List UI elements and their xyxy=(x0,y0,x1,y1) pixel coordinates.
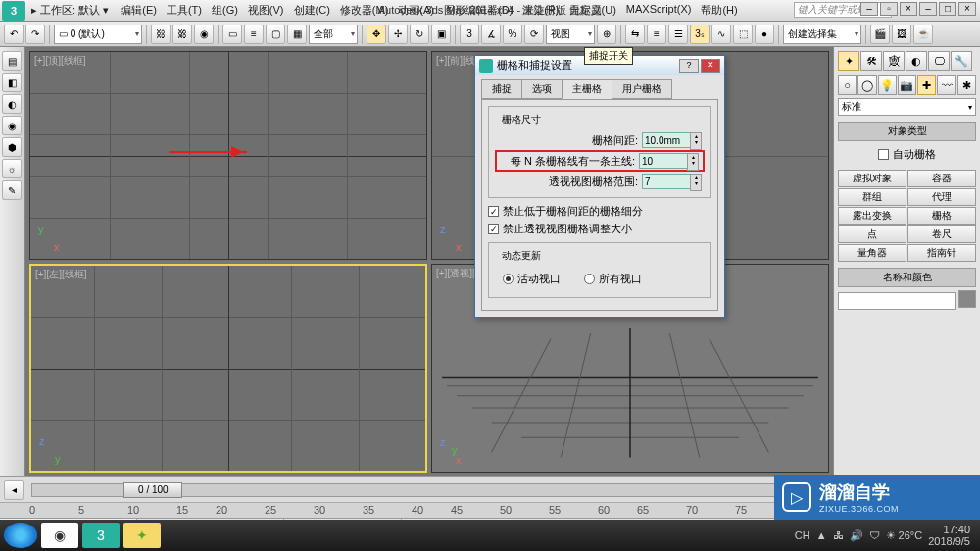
tray-weather[interactable]: ☀ 26°C xyxy=(886,529,923,542)
redo-icon[interactable]: ↷ xyxy=(25,25,45,44)
selset-dd[interactable]: 创建选择集 xyxy=(783,25,861,44)
obj-btn[interactable]: 点 xyxy=(838,225,906,243)
tab-display-icon[interactable]: 🖵 xyxy=(928,51,950,71)
start-button[interactable] xyxy=(4,523,37,548)
max-icon[interactable]: □ xyxy=(939,2,956,16)
snap-toggle-icon[interactable]: 3 xyxy=(460,25,479,44)
spinner-snap-icon[interactable]: ⟳ xyxy=(524,25,544,44)
filter-dd[interactable]: 全部 xyxy=(309,25,358,44)
vt-6-icon[interactable]: ☼ xyxy=(2,159,22,178)
doc-max-icon[interactable]: ▫ xyxy=(880,2,898,16)
chk-autogrid[interactable] xyxy=(878,149,889,160)
tab-snap[interactable]: 捕捉 xyxy=(481,79,522,99)
doc-close-icon[interactable]: × xyxy=(900,2,917,16)
tray-vol-icon[interactable]: 🔊 xyxy=(850,529,863,542)
layer-mgr-icon[interactable]: ☰ xyxy=(668,25,688,44)
vp-label-left[interactable]: [+][左][线框] xyxy=(35,268,87,281)
angle-snap-icon[interactable]: ∡ xyxy=(481,25,501,44)
menu-edit[interactable]: 编辑(E) xyxy=(117,1,161,20)
cat-shape-icon[interactable]: ◯ xyxy=(858,75,876,95)
obj-btn[interactable]: 卷尺 xyxy=(907,225,976,243)
percent-snap-icon[interactable]: % xyxy=(503,25,522,44)
viewport-left[interactable]: [+][左][线框] zy xyxy=(29,264,427,473)
tab-util-icon[interactable]: 🔧 xyxy=(951,51,972,71)
name-input[interactable] xyxy=(838,292,956,310)
bind-icon[interactable]: ◉ xyxy=(194,25,214,44)
task-app-icon[interactable]: ✦ xyxy=(123,523,161,548)
cat-light-icon[interactable]: 💡 xyxy=(878,75,897,95)
center-icon[interactable]: ⊕ xyxy=(597,25,616,44)
min-icon[interactable]: – xyxy=(919,2,937,16)
tab-homegrid[interactable]: 主栅格 xyxy=(562,79,612,99)
chk-inhibit-persp[interactable]: ✓ xyxy=(488,224,499,234)
cat-sys-icon[interactable]: ✱ xyxy=(957,75,976,95)
tab-create-icon[interactable]: ✦ xyxy=(838,51,859,71)
obj-btn[interactable]: 虚拟对象 xyxy=(838,170,906,187)
tray-lang[interactable]: CH xyxy=(795,529,810,541)
obj-btn[interactable]: 量角器 xyxy=(838,244,906,262)
task-3dsmax-icon[interactable]: 3 xyxy=(82,523,120,548)
radio-all-vp[interactable] xyxy=(584,274,595,284)
move-icon[interactable]: ✢ xyxy=(388,25,408,44)
layer-dd[interactable]: ▭ 0 (默认) xyxy=(54,25,142,44)
cat-cam-icon[interactable]: 📷 xyxy=(898,75,916,95)
spinner-extent[interactable]: 7 xyxy=(642,174,691,189)
obj-btn[interactable]: 栅格 xyxy=(907,207,976,225)
tab-usergrid[interactable]: 用户栅格 xyxy=(612,79,672,99)
tray-icon[interactable]: ▲ xyxy=(816,529,827,541)
viewport-top[interactable]: [+][顶][线框] yx xyxy=(29,51,427,260)
app-icon[interactable]: 3 xyxy=(2,1,25,21)
cat-space-icon[interactable]: 〰 xyxy=(937,75,956,95)
tab-options[interactable]: 选项 xyxy=(521,79,563,99)
task-chrome-icon[interactable]: ◉ xyxy=(41,523,78,548)
vt-2-icon[interactable]: ◧ xyxy=(2,73,22,92)
time-handle[interactable]: 0 / 100 xyxy=(123,482,182,498)
select-region-icon[interactable]: ▢ xyxy=(266,25,285,44)
select-obj-icon[interactable]: ✥ xyxy=(367,25,386,44)
menu-group[interactable]: 组(G) xyxy=(208,1,242,20)
obj-btn[interactable]: 露出变换 xyxy=(838,207,906,225)
obj-btn[interactable]: 代理 xyxy=(907,188,976,206)
tab-modify-icon[interactable]: 🛠 xyxy=(860,51,882,71)
rotate-icon[interactable]: ↻ xyxy=(410,25,429,44)
tab-motion-icon[interactable]: ◐ xyxy=(906,51,927,71)
vt-4-icon[interactable]: ◉ xyxy=(2,116,22,135)
spinner-major[interactable]: 10 xyxy=(639,153,688,169)
time-prev-icon[interactable]: ◂ xyxy=(4,480,24,500)
vt-7-icon[interactable]: ✎ xyxy=(2,180,22,200)
select-icon[interactable]: ▭ xyxy=(222,25,242,44)
chk-inhibit-sub[interactable]: ✓ xyxy=(488,206,499,217)
rollout-namecolor[interactable]: 名称和颜色 xyxy=(838,268,976,287)
window-crossing-icon[interactable]: ▦ xyxy=(287,25,307,44)
menu-tools[interactable]: 工具(T) xyxy=(163,1,206,20)
link-icon[interactable]: ⛓ xyxy=(151,25,171,44)
render-setup-icon[interactable]: 🎬 xyxy=(870,25,890,44)
cat-geom-icon[interactable]: ○ xyxy=(838,75,857,95)
clock[interactable]: 17:402018/9/5 xyxy=(928,524,970,547)
spinner-spacing[interactable]: 10.0mm xyxy=(642,132,691,148)
obj-btn[interactable]: 指南针 xyxy=(907,244,976,262)
curve-editor-icon[interactable]: ∿ xyxy=(711,25,731,44)
unlink-icon[interactable]: ⛓̸ xyxy=(172,25,192,44)
obj-btn[interactable]: 群组 xyxy=(838,188,906,206)
subcat-dd[interactable]: 标准 xyxy=(838,98,976,116)
tray-net-icon[interactable]: 🖧 xyxy=(833,529,844,541)
vp-label-top[interactable]: [+][顶][线框] xyxy=(34,54,86,68)
render-icon[interactable]: ☕ xyxy=(913,25,933,44)
cat-helper-icon[interactable]: ✚ xyxy=(917,75,936,95)
tab-hierarchy-icon[interactable]: 🕸 xyxy=(883,51,905,71)
vt-5-icon[interactable]: ⬢ xyxy=(2,137,22,157)
schematic-icon[interactable]: ⬚ xyxy=(733,25,753,44)
vt-1-icon[interactable]: ▤ xyxy=(2,51,22,71)
undo-icon[interactable]: ↶ xyxy=(4,25,24,44)
doc-min-icon[interactable]: – xyxy=(860,2,878,16)
menu-view[interactable]: 视图(V) xyxy=(244,1,288,20)
workspace-dd[interactable]: ▸ 工作区: 默认 ▾ xyxy=(27,1,113,20)
color-swatch[interactable] xyxy=(958,290,976,308)
mirror-icon[interactable]: ⇆ xyxy=(625,25,645,44)
toggle-snap-3d-icon[interactable]: 3ₛ xyxy=(690,25,710,44)
dlg-help-icon[interactable]: ? xyxy=(679,59,699,73)
scale-icon[interactable]: ▣ xyxy=(431,25,451,44)
menu-maxscript[interactable]: MAXScript(X) xyxy=(622,1,696,20)
tray-shield-icon[interactable]: 🛡 xyxy=(869,529,880,541)
